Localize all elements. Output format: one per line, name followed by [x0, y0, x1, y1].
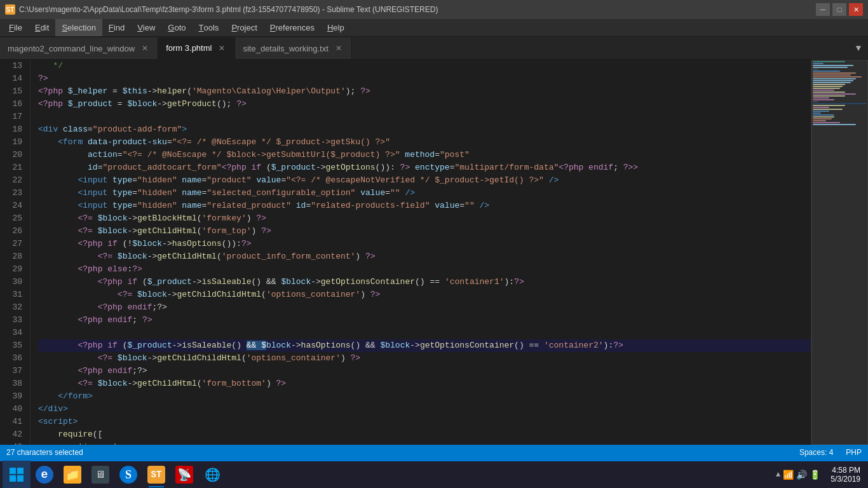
menu-help[interactable]: Help	[321, 19, 351, 36]
code-line-20: action="<?= /* @NoEscape */ $block->getS…	[38, 149, 811, 161]
code-line-14: ?>	[38, 72, 811, 85]
tab-overflow-button[interactable]: ▼	[849, 37, 868, 59]
menu-bar: File Edit Selection Find View Goto Tools…	[0, 19, 868, 37]
tab-site-details[interactable]: site_details_working.txt ✕	[235, 37, 351, 59]
svg-rect-3	[17, 475, 24, 482]
line-numbers: 13 14 15 16 17 18 19 20 21 22 23 24 25 2…	[0, 60, 31, 445]
code-line-26: <?= $block->getChildHtml('form_top') ?>	[38, 225, 811, 238]
menu-view[interactable]: View	[131, 19, 161, 36]
taskbar: e 📁 🖥 S ST 📡 🌐 ▲ 📶 🔊 🔋 4:58 PM 5/3/2019	[0, 460, 868, 488]
start-button[interactable]	[3, 461, 31, 488]
code-line-30: <?php if ($_product->isSaleable() && $bl…	[38, 276, 811, 288]
code-line-28: <?= $block->getChildHtml('product_info_f…	[38, 250, 811, 263]
editor-container: 13 14 15 16 17 18 19 20 21 22 23 24 25 2…	[0, 60, 868, 445]
code-line-40: </div>	[38, 403, 811, 416]
filezilla-icon: 📡	[175, 466, 193, 484]
minimize-button[interactable]: ─	[816, 3, 830, 16]
code-line-17	[38, 111, 811, 123]
code-line-24: <input type="hidden" name="related_produ…	[38, 200, 811, 212]
spaces-info[interactable]: Spaces: 4	[799, 448, 833, 457]
code-line-31: <?= $block->getChildChildHtml('options_c…	[38, 288, 811, 301]
tray-arrow[interactable]: ▲	[776, 470, 780, 479]
tab-close-icon[interactable]: ✕	[140, 43, 150, 53]
taskbar-skype-icon[interactable]: S	[114, 461, 142, 488]
svg-rect-2	[10, 475, 16, 482]
code-line-15: <?php $_helper = $this->helper('Magento\…	[38, 85, 811, 98]
code-line-35: <?php if ($_product->isSaleable() && $bl…	[38, 339, 811, 352]
tab-label: form 3.phtml	[166, 43, 212, 53]
menu-preferences[interactable]: Preferences	[264, 19, 321, 36]
taskbar-chrome-icon[interactable]: 🌐	[198, 461, 226, 488]
code-line-21: id="product_addtocart_form"<?php if ($_p…	[38, 161, 811, 174]
window-title: C:\Users\magento-2\AppData\Local\Temp\fz…	[19, 5, 816, 14]
app-icon: ST	[5, 4, 15, 15]
svg-rect-1	[17, 468, 24, 474]
code-line-32: <?php endif;?>	[38, 301, 811, 314]
taskbar-app-icon[interactable]: 🖥	[86, 461, 114, 488]
minimap-content	[811, 60, 868, 127]
code-line-25: <?= $block->getBlockHtml('formkey') ?>	[38, 212, 811, 225]
code-line-38: <?= $block->getChildHtml('form_bottom') …	[38, 377, 811, 390]
taskbar-ie-icon[interactable]: e	[31, 461, 58, 488]
system-tray: ▲ 📶 🔊 🔋	[771, 470, 825, 480]
close-button[interactable]: ✕	[849, 3, 863, 16]
svg-rect-0	[10, 468, 16, 474]
tab-form3[interactable]: form 3.phtml ✕	[158, 37, 235, 59]
battery-icon: 🔋	[810, 470, 820, 480]
code-line-34	[38, 327, 811, 339]
menu-file[interactable]: File	[3, 19, 29, 36]
ie-icon: e	[36, 466, 53, 484]
sublime-icon: ST	[147, 466, 165, 484]
code-line-41: <script>	[38, 416, 811, 428]
menu-edit[interactable]: Edit	[29, 19, 55, 36]
code-line-33: <?php endif; ?>	[38, 314, 811, 327]
menu-project[interactable]: Project	[225, 19, 263, 36]
status-bar: 27 characters selected Spaces: 4 PHP	[0, 445, 868, 460]
tab-label: magento2_command_line_window	[8, 44, 135, 53]
volume-icon[interactable]: 🔊	[796, 470, 807, 480]
code-line-18: <div class="product-add-form">	[38, 123, 811, 136]
code-line-16: <?php $_product = $block->getProduct(); …	[38, 98, 811, 111]
tab-bar: magento2_command_line_window ✕ form 3.ph…	[0, 37, 868, 60]
tab-label: site_details_working.txt	[243, 44, 328, 53]
file-explorer-icon: 📁	[64, 466, 81, 484]
code-line-22: <input type="hidden" name="product" valu…	[38, 174, 811, 187]
taskbar-explorer-icon[interactable]: 📁	[58, 461, 86, 488]
maximize-button[interactable]: □	[832, 3, 846, 16]
code-line-42: require([	[38, 428, 811, 441]
editor-row: 13 14 15 16 17 18 19 20 21 22 23 24 25 2…	[0, 60, 868, 445]
code-line-27: <?php if (!$block->hasOptions()):?>	[38, 238, 811, 250]
code-line-43: 'jquery',	[38, 441, 811, 445]
code-line-37: <?php endif;?>	[38, 365, 811, 377]
status-left: 27 characters selected	[6, 448, 799, 457]
network-icon: 📶	[783, 470, 794, 480]
code-line-19: <form data-product-sku="<?= /* @NoEscape…	[38, 136, 811, 149]
chrome-icon: 🌐	[203, 466, 221, 484]
code-line-39: </form>	[38, 390, 811, 403]
menu-find[interactable]: Find	[102, 19, 131, 36]
app-icon-2: 🖥	[92, 466, 109, 484]
title-bar: ST C:\Users\magento-2\AppData\Local\Temp…	[0, 0, 868, 19]
code-line-29: <?php else:?>	[38, 263, 811, 276]
window-controls: ─ □ ✕	[816, 3, 863, 16]
menu-selection[interactable]: Selection	[55, 19, 102, 36]
system-clock[interactable]: 4:58 PM 5/3/2019	[825, 466, 865, 484]
menu-tools[interactable]: Tools	[193, 19, 226, 36]
code-line-13: */	[38, 60, 811, 72]
clock-date: 5/3/2019	[831, 475, 860, 484]
skype-icon: S	[119, 466, 137, 484]
code-line-23: <input type="hidden" name="selected_conf…	[38, 187, 811, 200]
code-editor[interactable]: */ ?> <?php $_helper = $this->helper('Ma…	[31, 60, 811, 445]
language-info[interactable]: PHP	[846, 448, 862, 457]
menu-goto[interactable]: Goto	[161, 19, 192, 36]
tab-magento2[interactable]: magento2_command_line_window ✕	[0, 37, 158, 59]
tab-close-icon[interactable]: ✕	[334, 43, 344, 53]
minimap[interactable]	[811, 60, 868, 445]
clock-time: 4:58 PM	[831, 466, 860, 475]
windows-logo-icon	[8, 466, 25, 484]
tab-close-icon[interactable]: ✕	[217, 43, 227, 53]
taskbar-filezilla-icon[interactable]: 📡	[170, 461, 198, 488]
selection-info: 27 characters selected	[6, 448, 83, 457]
code-line-36: <?= $block->getChildChildHtml('options_c…	[38, 352, 811, 365]
taskbar-sublime-icon[interactable]: ST	[142, 461, 170, 488]
